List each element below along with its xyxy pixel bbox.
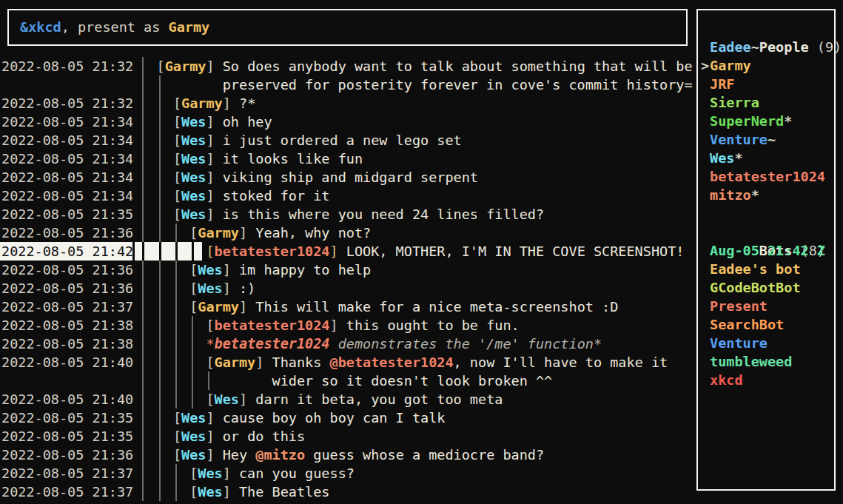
bot-list-item[interactable]: Venture — [698, 334, 834, 352]
message-content: [Wes] :) — [189, 279, 255, 298]
chat-message-row-selected[interactable]: 2022-08-05 21:42[betatester1024] LOOK, M… — [0, 242, 696, 261]
message-timestamp: 2022-08-05 21:40 — [1, 390, 133, 409]
text-segment: Wes — [181, 169, 206, 185]
text-segment: [ — [189, 299, 198, 315]
text-segment: ] — [206, 429, 222, 444]
chat-message-row[interactable]: preserved for posterity forever in cove'… — [0, 75, 696, 94]
chat-message-row[interactable]: 2022-08-05 21:36[Wes] Hey @mitzo guess w… — [0, 446, 696, 464]
message-timestamp: 2022-08-05 21:35 — [1, 409, 133, 427]
thread-indent-line — [159, 131, 161, 149]
text-segment: Wes — [181, 132, 206, 148]
person-list-item[interactable]: >Garmy — [698, 56, 834, 75]
bot-list-item[interactable]: Present — [698, 297, 834, 315]
text-segment: [ — [173, 169, 181, 185]
message-content: [Wes] cause boy oh boy can I talk — [173, 409, 446, 427]
chat-message-row[interactable]: 2022-08-05 21:34[Wes] viking ship and mi… — [0, 168, 696, 187]
chat-message-row[interactable]: 2022-08-05 21:35[Wes] is this where you … — [0, 205, 696, 224]
person-list-item[interactable]: Sierra — [698, 93, 834, 112]
message-content: [Wes] The Beatles — [189, 483, 329, 501]
thread-indent-line — [142, 261, 144, 279]
message-content: [Wes] stoked for it — [173, 187, 330, 205]
chat-message-row[interactable]: 2022-08-05 21:37[Wes] The Beatles — [0, 483, 696, 501]
person-name: Sierra — [710, 95, 759, 110]
text-segment: Hey — [223, 447, 256, 463]
text-segment: Wes — [181, 410, 206, 426]
text-segment: Garmy — [198, 225, 239, 241]
bot-list-item[interactable]: SearchBot — [698, 315, 834, 334]
bot-list-item[interactable]: Eadee's bot — [698, 260, 834, 278]
message-timestamp: 2022-08-05 21:34 — [1, 187, 133, 205]
text-segment: @mitzo — [255, 447, 305, 463]
person-list-item[interactable]: mitzo* — [698, 186, 834, 204]
person-list-item[interactable]: Wes* — [698, 149, 834, 167]
chat-message-row[interactable]: 2022-08-05 21:36[Garmy] Yeah, why not? — [0, 224, 696, 242]
thread-indent-line — [142, 94, 144, 112]
text-segment: [ — [173, 151, 181, 167]
chat-message-row[interactable]: 2022-08-05 21:32[Garmy] ?* — [0, 94, 696, 112]
text-segment: im happy to help — [239, 262, 371, 278]
chat-message-row[interactable]: wider so it doesn't look broken ^^ — [0, 372, 696, 390]
chat-message-row[interactable]: 2022-08-05 21:36[Wes] :) — [0, 279, 696, 298]
thread-indent-line — [142, 187, 144, 205]
chat-message-row[interactable]: 2022-08-05 21:35[Wes] or do this — [0, 427, 696, 446]
text-segment: wider so it doesn't look broken ^^ — [272, 373, 553, 389]
thread-indent-line — [175, 483, 177, 501]
chat-message-row[interactable]: 2022-08-05 21:38[betatester1024] this ou… — [0, 316, 696, 335]
chat-message-row[interactable]: 2022-08-05 21:35[Wes] cause boy oh boy c… — [0, 409, 696, 427]
message-content: [Wes] viking ship and midgard serpent — [173, 168, 478, 187]
current-user-marker: > — [701, 56, 709, 75]
text-segment: Wes — [181, 206, 206, 222]
bot-list-item[interactable]: Aug-05 21:42 Z — [698, 241, 834, 260]
text-segment: this ought to be fun. — [346, 317, 520, 333]
bot-list-item[interactable]: xkcd — [698, 371, 834, 389]
chat-message-row[interactable]: 2022-08-05 21:34[Wes] it looks like fun — [0, 149, 696, 168]
person-list-item[interactable]: Venture~ — [698, 130, 834, 149]
person-list-item[interactable]: Eadee~ — [698, 38, 834, 56]
chat-message-row[interactable]: 2022-08-05 21:37[Wes] can you guess? — [0, 464, 696, 483]
thread-indent-line — [142, 75, 144, 94]
chat-message-row[interactable]: 2022-08-05 21:34[Wes] stoked for it — [0, 187, 696, 205]
chat-message-row[interactable]: 2022-08-05 21:34[Wes] i just ordered a n… — [0, 131, 696, 149]
bot-name: SearchBot — [710, 317, 784, 332]
message-content: [Wes] it looks like fun — [173, 149, 363, 168]
person-list-item[interactable]: SuperNerd* — [698, 112, 834, 130]
person-name: Garmy — [710, 58, 751, 73]
message-content: [Wes] Hey @mitzo guess whose a mediocre … — [173, 446, 544, 464]
text-segment: ] — [330, 317, 346, 333]
message-content: [Wes] i just ordered a new lego set — [173, 131, 462, 149]
message-content: [Garmy] Thanks @betatester1024, now I'll… — [206, 353, 668, 372]
text-segment: :) — [239, 280, 255, 296]
text-segment: ] — [239, 225, 255, 241]
text-segment: ] — [206, 410, 222, 426]
message-timestamp: 2022-08-05 21:40 — [1, 353, 133, 372]
chat-message-row[interactable]: 2022-08-05 21:37[Garmy] This will make f… — [0, 298, 696, 316]
text-segment: [ — [189, 484, 198, 500]
person-list-item[interactable]: betatester1024 — [698, 167, 834, 186]
text-segment: ] — [239, 392, 255, 407]
message-content: [Wes] darn it beta, you got too meta — [206, 390, 503, 409]
thread-indent-line — [142, 464, 144, 483]
chat-message-row[interactable]: 2022-08-05 21:36[Wes] im happy to help — [0, 261, 696, 279]
thread-indent-line — [175, 372, 177, 390]
text-segment: [ — [189, 225, 198, 241]
thread-indent-line — [159, 279, 161, 298]
message-timestamp: 2022-08-05 21:35 — [1, 427, 133, 446]
bot-list-item[interactable]: GCodeBotBot — [698, 278, 834, 297]
text-segment: cause boy oh boy can I talk — [223, 410, 446, 426]
thread-indent-line — [142, 372, 144, 390]
person-list-item[interactable]: JRF — [698, 75, 834, 93]
text-segment: Wes — [215, 392, 239, 407]
chat-message-row[interactable]: 2022-08-05 21:38*betatester1024 demonstr… — [0, 335, 696, 353]
chat-message-row[interactable]: 2022-08-05 21:32[Garmy] So does anybody … — [0, 57, 696, 75]
chat-message-row[interactable]: 2022-08-05 21:40[Garmy] Thanks @betatest… — [0, 353, 696, 372]
bots-list: Aug-05 21:42 ZEadee's botGCodeBotBotPres… — [698, 241, 834, 389]
thread-indent-line — [142, 112, 144, 131]
bot-list-item[interactable]: tumbleweed — [698, 352, 834, 371]
text-segment: stoked for it — [223, 188, 330, 204]
text-segment: [ — [173, 206, 181, 222]
chat-message-row[interactable]: 2022-08-05 21:34[Wes] oh hey — [0, 112, 696, 131]
message-timestamp: 2022-08-05 21:42 — [1, 242, 133, 261]
bot-name: tumbleweed — [710, 354, 792, 369]
chat-message-row[interactable]: 2022-08-05 21:40[Wes] darn it beta, you … — [0, 390, 696, 409]
text-segment: ] — [223, 484, 239, 500]
